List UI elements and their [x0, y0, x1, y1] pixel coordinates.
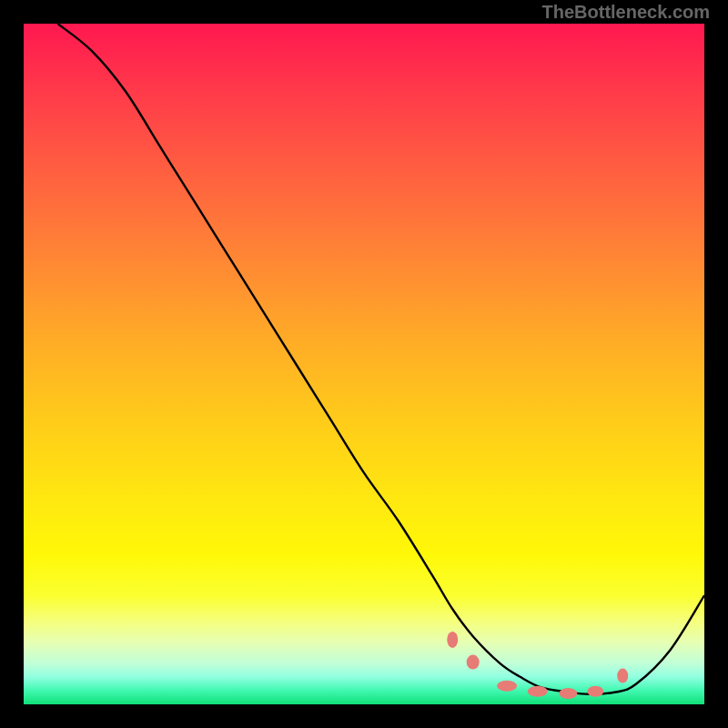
curve-marker — [559, 688, 577, 699]
attribution-text: TheBottleneck.com — [542, 2, 710, 23]
curve-marker — [467, 655, 480, 670]
plot-area — [24, 24, 704, 704]
curve-marker — [528, 686, 548, 697]
curve-marker — [447, 632, 458, 648]
bottleneck-curve — [57, 24, 704, 694]
chart-svg — [24, 24, 704, 704]
curve-marker — [617, 669, 628, 683]
markers-group — [447, 632, 628, 699]
curve-marker — [587, 686, 603, 697]
curve-marker — [497, 681, 517, 692]
chart-container: TheBottleneck.com — [0, 0, 728, 728]
